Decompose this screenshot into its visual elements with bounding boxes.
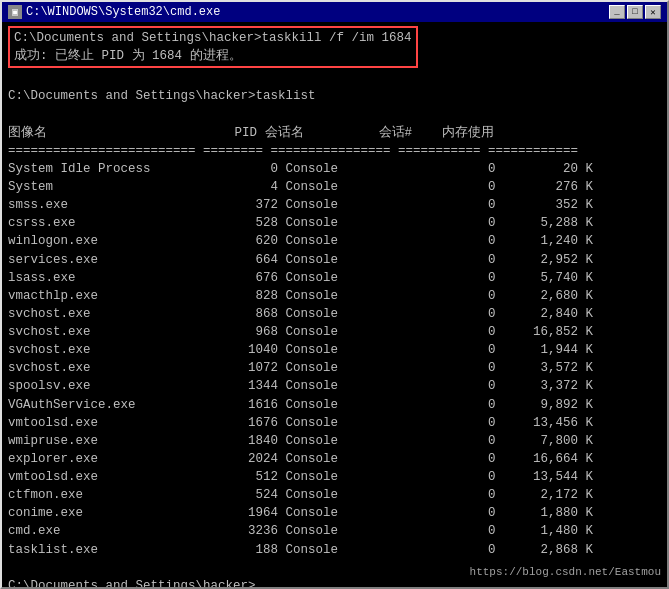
window-icon: ▣ (8, 5, 22, 19)
title-bar-left: ▣ C:\WINDOWS\System32\cmd.exe (8, 5, 220, 19)
maximize-button[interactable]: □ (627, 5, 643, 19)
title-bar: ▣ C:\WINDOWS\System32\cmd.exe _ □ ✕ (2, 2, 667, 22)
window-title: C:\WINDOWS\System32\cmd.exe (26, 5, 220, 19)
highlight-box: C:\Documents and Settings\hacker>taskkil… (8, 26, 418, 68)
terminal-body[interactable]: C:\Documents and Settings\hacker>taskkil… (2, 22, 667, 587)
watermark: https://blog.csdn.net/Eastmou (470, 565, 661, 581)
minimize-button[interactable]: _ (609, 5, 625, 19)
terminal-content: C:\Documents and Settings\hacker>taskkil… (8, 26, 661, 587)
title-buttons: _ □ ✕ (609, 5, 661, 19)
window: ▣ C:\WINDOWS\System32\cmd.exe _ □ ✕ C:\D… (0, 0, 669, 589)
close-button[interactable]: ✕ (645, 5, 661, 19)
